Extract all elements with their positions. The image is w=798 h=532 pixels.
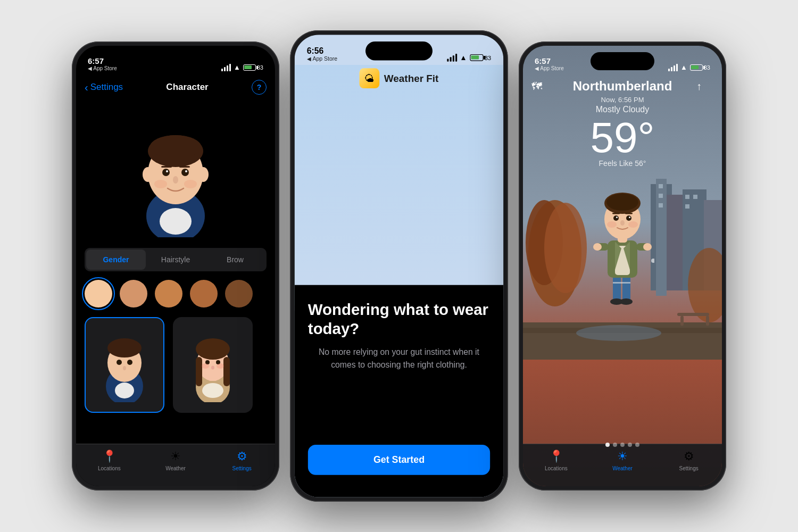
tab-weather-3[interactable]: ☀ Weather (589, 450, 656, 471)
back-button[interactable]: ‹ Settings (85, 81, 123, 94)
svg-rect-12 (161, 166, 172, 168)
signal-icon-3 (668, 64, 678, 71)
app-name: Weather Fit (384, 72, 439, 84)
get-started-button[interactable]: Get Started (308, 445, 490, 475)
share-icon[interactable]: ↑ (696, 80, 713, 93)
svg-rect-85 (667, 195, 685, 290)
weather-feels-like: Feels Like 56° (531, 159, 713, 168)
svg-rect-105 (622, 275, 630, 302)
svg-point-120 (606, 194, 638, 211)
svg-rect-102 (706, 316, 709, 326)
wifi-icon-3: ▲ (680, 63, 687, 71)
nav-header-1: ‹ Settings Character ? (76, 74, 275, 100)
wifi-icon: ▲ (234, 63, 240, 71)
weather-icon: ☀ (170, 450, 181, 463)
svg-point-103 (576, 325, 661, 341)
svg-point-8 (162, 169, 170, 176)
settings-label-3: Settings (679, 466, 699, 471)
svg-point-115 (593, 243, 602, 251)
help-button[interactable]: ? (252, 80, 267, 95)
svg-rect-93 (693, 195, 697, 199)
svg-rect-92 (685, 204, 689, 209)
skin-color-5[interactable] (225, 280, 253, 307)
settings-label: Settings (232, 466, 252, 471)
svg-point-124 (629, 217, 630, 218)
phones-container: 6:57 ◀ App Store ▲ 33 (72, 41, 726, 491)
svg-point-10 (166, 170, 168, 172)
tab-weather-1[interactable]: ☀ Weather (143, 450, 209, 471)
svg-point-6 (143, 167, 153, 182)
character-thumb-male[interactable] (85, 317, 164, 413)
svg-point-14 (173, 176, 178, 184)
svg-point-127 (620, 220, 625, 226)
weather-header: 🗺 Northumberland ↑ Now, 6:56 PM Mostly C… (523, 74, 722, 172)
app-icon: 🌤 (360, 68, 380, 88)
locations-icon: 📍 (102, 450, 117, 463)
svg-rect-88 (659, 184, 663, 188)
svg-rect-30 (196, 357, 202, 386)
location-row: 🗺 Northumberland ↑ (531, 79, 713, 94)
svg-point-107 (620, 298, 633, 305)
bottom-tab-bar-1: 📍 Locations ☀ Weather ⚙ Settings (76, 444, 275, 486)
svg-rect-104 (613, 275, 621, 302)
svg-rect-90 (659, 203, 663, 207)
svg-point-34 (211, 366, 214, 370)
svg-point-96 (544, 203, 587, 293)
tab-gender[interactable]: Gender (86, 250, 146, 270)
phone-2: 6:56 ◀ App Store ▲ (290, 30, 508, 502)
character-tabs: Gender Hairstyle Brow (85, 248, 267, 271)
page-indicators (523, 443, 722, 447)
svg-point-130 (651, 259, 654, 263)
city-illustration (523, 168, 722, 360)
tab-locations-3[interactable]: 📍 Locations (523, 450, 589, 471)
dot-5 (635, 443, 639, 447)
svg-point-5 (150, 135, 201, 159)
skin-color-2[interactable] (120, 280, 147, 307)
svg-rect-101 (680, 316, 684, 326)
battery-icon: 33 (243, 64, 263, 71)
svg-point-18 (115, 383, 134, 398)
svg-point-15 (154, 180, 167, 188)
svg-rect-13 (179, 166, 190, 168)
map-icon[interactable]: 🗺 (531, 80, 548, 93)
svg-point-21 (107, 338, 142, 358)
svg-point-22 (117, 360, 122, 365)
onboarding-bottom: Wondering what to wear today? No more re… (295, 285, 504, 497)
skin-color-1[interactable] (85, 280, 112, 307)
dot-4 (628, 443, 632, 447)
dot-2 (613, 443, 617, 447)
phone-1: 6:57 ◀ App Store ▲ 33 (72, 41, 279, 491)
weather-label: Weather (165, 466, 186, 471)
svg-rect-126 (625, 213, 633, 214)
skin-color-4[interactable] (190, 280, 218, 307)
phone-3: 6:57 ◀ App Store ▲ 33 (519, 41, 726, 491)
settings-icon: ⚙ (237, 450, 247, 463)
tab-hairstyle[interactable]: Hairstyle (146, 250, 205, 270)
svg-point-122 (626, 215, 631, 221)
svg-point-129 (628, 221, 638, 228)
tab-settings-3[interactable]: ⚙ Settings (655, 450, 722, 471)
avatar-figure (128, 110, 223, 237)
status-icons-1: ▲ 33 (221, 63, 263, 71)
character-thumb-female[interactable] (173, 317, 253, 413)
svg-rect-91 (685, 195, 689, 199)
signal-icon-2 (447, 53, 457, 61)
status-time-2: 6:56 ◀ App Store (307, 46, 337, 62)
avatar-area (76, 104, 275, 243)
weather-character (591, 193, 654, 312)
svg-point-23 (127, 360, 132, 365)
tab-locations-1[interactable]: 📍 Locations (76, 450, 143, 471)
dynamic-island-2 (365, 41, 433, 61)
svg-point-16 (184, 180, 197, 188)
onboard-description: No more relying on your gut instinct whe… (308, 346, 490, 371)
svg-point-11 (185, 170, 187, 172)
svg-rect-125 (612, 213, 620, 214)
page-title: Character (166, 82, 208, 93)
skin-color-3[interactable] (155, 280, 182, 307)
locations-icon-3: 📍 (549, 450, 563, 463)
tab-brow[interactable]: Brow (205, 250, 265, 270)
svg-point-121 (613, 215, 619, 221)
onboard-title: Wondering what to wear today? (308, 301, 490, 338)
tab-settings-1[interactable]: ⚙ Settings (209, 450, 275, 471)
weather-time: Now, 6:56 PM (531, 96, 713, 104)
